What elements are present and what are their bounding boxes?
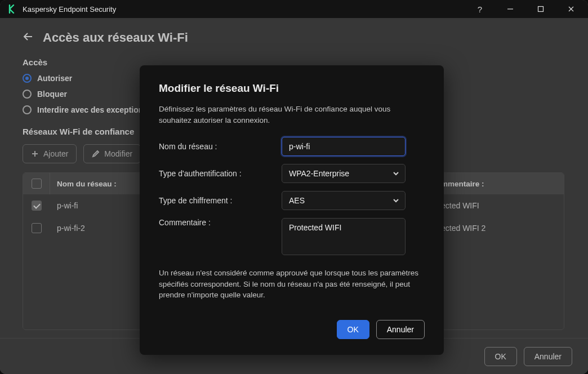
auth-type-select[interactable]: WPA2-Enterprise	[282, 164, 406, 183]
minimize-button[interactable]	[498, 0, 523, 18]
chevron-down-icon	[393, 170, 399, 177]
auth-type-value: WPA2-Enterprise	[289, 169, 349, 178]
field-label-name: Nom du réseau :	[159, 142, 282, 151]
field-label-enc: Type de chiffrement :	[159, 196, 282, 205]
field-label-comment: Commentaire :	[159, 218, 282, 227]
modal-description: Définissez les paramètres du réseau Wi-F…	[159, 104, 425, 126]
encryption-type-select[interactable]: AES	[282, 191, 406, 210]
app-window: Kaspersky Endpoint Security ? Accès aux …	[0, 0, 588, 374]
app-title: Kaspersky Endpoint Security	[23, 5, 116, 14]
app-logo-icon	[8, 5, 17, 14]
network-name-input[interactable]	[282, 137, 406, 156]
modal-title: Modifier le réseau Wi-Fi	[159, 82, 425, 95]
svg-rect-1	[538, 7, 544, 12]
modal-cancel-button[interactable]: Annuler	[376, 320, 425, 339]
modal-note: Un réseau n'est considéré comme approuvé…	[159, 268, 425, 301]
comment-textarea[interactable]	[282, 218, 406, 255]
chevron-down-icon	[393, 197, 399, 204]
close-button[interactable]	[559, 0, 583, 18]
encryption-type-value: AES	[289, 196, 305, 205]
maximize-button[interactable]	[528, 0, 553, 18]
field-label-auth: Type d'authentification :	[159, 169, 282, 178]
help-button[interactable]: ?	[467, 0, 492, 18]
modal-ok-button[interactable]: OK	[337, 320, 369, 339]
edit-wifi-modal: Modifier le réseau Wi-Fi Définissez les …	[140, 65, 444, 355]
titlebar: Kaspersky Endpoint Security ?	[0, 0, 588, 18]
